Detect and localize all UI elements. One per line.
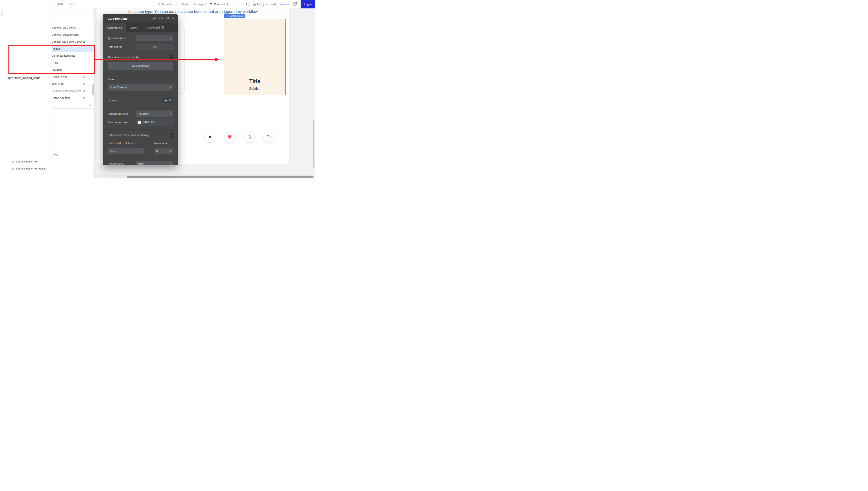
chevron-down-icon: ▾ <box>49 77 50 79</box>
eye-hidden-icon[interactable] <box>83 76 86 78</box>
style-label-row: Style <box>108 78 173 81</box>
add-workflow-button[interactable]: Add workflow <box>108 62 173 70</box>
background-style-row: Background style Flat color ▾ <box>108 111 173 117</box>
canvas-horizontal-scrollbar-track[interactable] <box>95 175 315 178</box>
run-workflow-icon[interactable] <box>153 17 157 20</box>
list-item-label: Cards Deck vPro <box>16 160 37 163</box>
components-button[interactable]: Components <box>209 3 229 6</box>
like-button[interactable] <box>224 132 235 142</box>
clickable-label: This element isn't clickable <box>108 56 170 59</box>
canvas-vertical-scrollbar[interactable] <box>313 120 314 168</box>
card-subtitle-text: Subtitle <box>249 87 260 91</box>
opacity-input[interactable]: 100 % <box>161 97 173 104</box>
cardtemplate-element[interactable]: Title Subtitle <box>224 19 285 95</box>
panel-scrollbar[interactable] <box>92 84 94 95</box>
border-style-dropdown[interactable]: None ▾ <box>108 148 144 154</box>
clickable-checkbox[interactable] <box>170 55 173 59</box>
style-dropdown[interactable]: None (Custom) ▾ <box>108 84 173 91</box>
cursor-tool-icon[interactable] <box>176 3 178 6</box>
list-item[interactable]: Cards Deck vPro <box>9 158 94 165</box>
property-editor: CardTemplate ✕ Appearance Layout Conditi… <box>103 14 178 165</box>
arrange-menu[interactable]: Arrange ▾ <box>194 3 206 6</box>
rotate-left-icon <box>267 135 271 139</box>
canvas-instruction-text: the same type. You can create custom but… <box>102 9 285 14</box>
type-of-content-label: Type of content <box>108 36 136 39</box>
border-independent-label: Define each border independently <box>108 134 170 137</box>
background-color-row: Background color #FBF1E5 <box>108 119 173 126</box>
data-source-label: Data source <box>108 46 136 49</box>
heart-icon <box>227 135 232 139</box>
property-editor-body: Type of content ▾ Data source Click This… <box>103 32 178 165</box>
border-labels-row: Border style - all borders Roundness <box>108 142 173 145</box>
border-controls-row: None ▾ 0 ▾ <box>108 148 173 154</box>
undo-swipe-button[interactable] <box>263 132 275 142</box>
chevron-down-icon: ▾ <box>170 150 171 152</box>
svg-text:?: ? <box>295 3 296 5</box>
live-label: Live (read-only) <box>257 3 276 6</box>
tab-layout[interactable]: Layout <box>126 23 142 32</box>
background-color-value: #FBF1E5 <box>143 121 154 124</box>
type-of-content-dropdown[interactable]: ▾ <box>136 35 173 41</box>
selection-chip: CardTemplate <box>224 14 245 18</box>
border-independent-row: Define each border independently <box>108 133 173 137</box>
tree-item-label: G[block] Card colors copy 2 <box>51 40 85 43</box>
tree-item-label: G [block] card colors <box>51 26 76 29</box>
login-button[interactable]: Log in <box>301 0 315 8</box>
roundness-dropdown[interactable]: 0 ▾ <box>154 148 173 154</box>
clear-filter-icon[interactable]: ✕ <box>89 104 91 107</box>
tab-conditional[interactable]: Conditional (3) <box>142 23 168 32</box>
tree-item-label: G [block] custom cards <box>51 33 79 36</box>
edit-menu[interactable]: Edit <box>58 3 63 6</box>
comment-icon[interactable] <box>166 17 169 20</box>
property-editor-header[interactable]: CardTemplate ✕ <box>103 14 178 23</box>
globe-icon <box>253 3 256 6</box>
undo-icon[interactable]: ↶ <box>233 2 236 6</box>
top-bar: b Page: tinder_swiping_cards ▾ CardTempl… <box>0 0 315 8</box>
style-label: Style <box>108 78 173 81</box>
help-button[interactable]: ? <box>293 2 297 6</box>
list-item-label: Cards Deck vPro (testing) <box>16 167 48 170</box>
tab-appearance[interactable]: Appearance <box>103 23 126 32</box>
border-independent-checkbox[interactable] <box>170 133 173 137</box>
chevron-down-icon: ▾ <box>170 37 171 39</box>
chevron-down-icon: ▾ <box>205 3 206 5</box>
view-menu[interactable]: View ▾ <box>182 3 190 6</box>
chevron-down-icon: ▾ <box>141 150 142 152</box>
close-icon[interactable]: ✕ <box>172 17 174 20</box>
page-selector[interactable]: Page: tinder_swiping_cards ▾ <box>3 0 52 156</box>
dashed-selection-icon <box>226 15 227 17</box>
clickable-row: This element isn't clickable <box>108 55 173 59</box>
tree-item-label: G [block] card template <box>51 22 79 22</box>
list-item[interactable]: Cards Deck vPro (testing) <box>9 165 94 172</box>
border-style-value: None <box>110 150 116 153</box>
preview-link[interactable]: Preview <box>279 3 289 6</box>
chevron-down-icon: ▾ <box>170 113 171 115</box>
view-label: View <box>182 3 188 6</box>
dismiss-button[interactable] <box>204 132 215 142</box>
bubble-editor: b Page: tinder_swiping_cards ▾ CardTempl… <box>0 0 315 178</box>
selection-chip-label: CardTemplate <box>229 15 244 18</box>
info-icon[interactable] <box>159 17 163 20</box>
saved-status: Saved <box>68 3 76 6</box>
background-style-value: Flat color <box>138 112 148 115</box>
data-source-field[interactable]: Click <box>136 44 173 50</box>
refresh-button[interactable] <box>244 132 255 142</box>
shadow-style-label: Shadow style <box>108 163 136 165</box>
background-style-dropdown[interactable]: Flat color ▾ <box>136 111 173 117</box>
eye-hidden-icon[interactable] <box>83 83 86 85</box>
background-color-input[interactable]: #FBF1E5 <box>136 119 173 126</box>
issues-indicator[interactable]: 0 issues <box>158 3 172 6</box>
eye-hidden-icon[interactable] <box>83 96 86 99</box>
color-swatch[interactable] <box>138 121 141 124</box>
cards-deck-icon <box>12 161 15 163</box>
search-icon[interactable] <box>246 3 249 6</box>
roundness-value: 0 <box>156 150 158 153</box>
live-version-selector[interactable]: Live (read-only) <box>253 3 276 6</box>
refresh-icon <box>247 135 251 139</box>
canvas-horizontal-scrollbar-thumb[interactable] <box>127 176 313 178</box>
opacity-label: Opacity <box>108 99 161 102</box>
shadow-style-dropdown[interactable]: None ▾ <box>136 161 173 165</box>
eye-hidden-icon[interactable] <box>83 90 86 92</box>
redo-icon[interactable]: ↷ <box>239 2 242 6</box>
top-bar-right: 0 issues View ▾ Arrange ▾ Components ↶ ↷ <box>158 0 315 8</box>
